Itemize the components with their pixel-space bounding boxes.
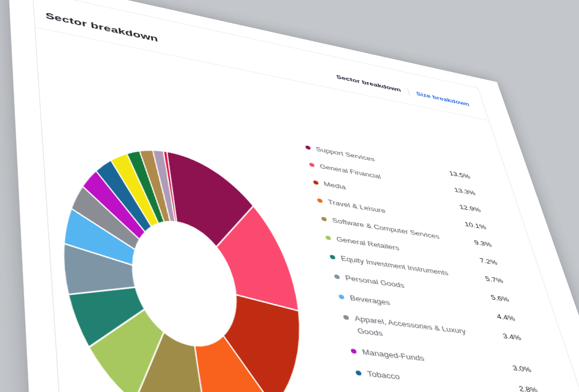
legend-color-dot: [305, 145, 311, 150]
legend-color-dot: [317, 198, 323, 203]
legend-label: Beverages: [349, 292, 391, 309]
legend-color-dot: [325, 235, 331, 240]
tab-bar: Sector breakdownSize breakdown: [335, 73, 470, 108]
screenshot-canvas: Sector breakdown Sector breakdownSize br…: [0, 0, 579, 392]
page-title: Sector breakdown: [45, 11, 159, 44]
legend-percent: 12.9%: [454, 201, 482, 215]
sector-legend: Support Services13.5%General Financial13…: [305, 142, 555, 392]
legend-percent: 5.6%: [481, 291, 510, 305]
legend-percent: 5.7%: [475, 272, 505, 286]
legend-percent: 7.2%: [470, 254, 499, 268]
legend-color-dot: [309, 163, 315, 168]
legend-label: Managed-Funds: [361, 346, 425, 365]
legend-label: Household Goods: [371, 390, 443, 392]
legend-label: Apparel, Accessories & Luxury Goods: [353, 312, 477, 350]
legend-percent: 13.3%: [449, 184, 477, 198]
report-page: Sector breakdown Sector breakdownSize br…: [8, 0, 579, 392]
legend-color-dot: [350, 349, 357, 354]
legend-color-dot: [329, 254, 335, 259]
legend-color-dot: [343, 315, 349, 320]
legend-percent: 13.5%: [443, 168, 471, 182]
legend-label: Tobacco: [366, 367, 402, 384]
legend-label: Media: [323, 179, 347, 193]
legend-color-dot: [313, 180, 319, 185]
legend-label: General Financial: [318, 161, 382, 182]
legend-label: General Retailers: [335, 233, 400, 254]
legend-color-dot: [355, 370, 362, 376]
sector-donut-chart[interactable]: [52, 130, 329, 392]
tab-size-breakdown[interactable]: Size breakdown: [407, 88, 470, 108]
legend-percent: 10.1%: [459, 218, 488, 233]
legend-percent: 3.4%: [492, 329, 522, 344]
legend-percent: 2.8%: [508, 382, 539, 392]
legend-label: Travel & Leisure: [327, 197, 387, 217]
legend-color-dot: [321, 217, 327, 221]
legend-percent: 4.4%: [487, 310, 517, 325]
legend-color-dot: [334, 274, 340, 279]
sector-breakdown-panel: Sector breakdown Sector breakdownSize br…: [32, 0, 579, 392]
panel-header: Sector breakdown Sector breakdownSize br…: [33, 0, 489, 121]
tab-sector-breakdown[interactable]: Sector breakdown: [335, 73, 402, 94]
legend-color-dot: [338, 294, 344, 299]
legend-percent: 9.3%: [464, 236, 493, 250]
legend-label: Personal Goods: [344, 272, 405, 291]
legend-percent: 3.0%: [502, 361, 533, 376]
